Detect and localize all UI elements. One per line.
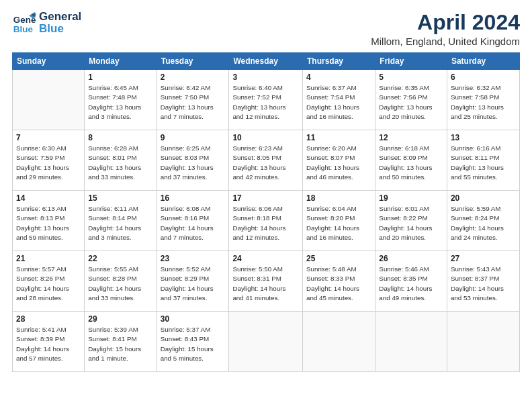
- day-number: 6: [451, 73, 516, 82]
- day-info: Sunrise: 5:52 AM Sunset: 8:29 PM Dayligh…: [161, 265, 226, 303]
- col-tuesday: Tuesday: [157, 53, 229, 70]
- table-row: 17Sunrise: 6:06 AM Sunset: 8:18 PM Dayli…: [229, 191, 303, 251]
- day-number: 1: [88, 73, 152, 82]
- day-info: Sunrise: 6:04 AM Sunset: 8:20 PM Dayligh…: [306, 204, 371, 242]
- col-wednesday: Wednesday: [229, 53, 303, 70]
- table-row: 21Sunrise: 5:57 AM Sunset: 8:26 PM Dayli…: [13, 251, 85, 312]
- table-row: 27Sunrise: 5:43 AM Sunset: 8:37 PM Dayli…: [447, 251, 519, 312]
- title-section: April 2024 Millom, England, United Kingd…: [371, 11, 520, 47]
- day-info: Sunrise: 6:13 AM Sunset: 8:13 PM Dayligh…: [16, 204, 81, 242]
- day-number: 20: [451, 193, 516, 203]
- day-info: Sunrise: 6:23 AM Sunset: 8:05 PM Dayligh…: [232, 144, 299, 182]
- day-info: Sunrise: 6:20 AM Sunset: 8:07 PM Dayligh…: [306, 144, 371, 182]
- logo-icon: General Blue: [12, 11, 36, 35]
- day-info: Sunrise: 6:28 AM Sunset: 8:01 PM Dayligh…: [88, 144, 152, 182]
- day-number: 30: [161, 314, 226, 324]
- day-info: Sunrise: 5:57 AM Sunset: 8:26 PM Dayligh…: [16, 265, 81, 303]
- table-row: 7Sunrise: 6:30 AM Sunset: 7:59 PM Daylig…: [13, 130, 85, 191]
- table-row: 25Sunrise: 5:48 AM Sunset: 8:33 PM Dayli…: [303, 251, 375, 312]
- header: General Blue General Blue April 2024 Mil…: [12, 11, 520, 47]
- month-title: April 2024: [371, 11, 520, 34]
- table-row: 30Sunrise: 5:37 AM Sunset: 8:43 PM Dayli…: [157, 312, 229, 372]
- day-info: Sunrise: 6:11 AM Sunset: 8:14 PM Dayligh…: [88, 204, 152, 242]
- day-info: Sunrise: 5:39 AM Sunset: 8:41 PM Dayligh…: [88, 325, 152, 363]
- table-row: 26Sunrise: 5:46 AM Sunset: 8:35 PM Dayli…: [375, 251, 447, 312]
- day-number: 17: [232, 193, 299, 203]
- day-info: Sunrise: 5:43 AM Sunset: 8:37 PM Dayligh…: [451, 265, 516, 303]
- day-info: Sunrise: 6:08 AM Sunset: 8:16 PM Dayligh…: [161, 204, 226, 242]
- day-info: Sunrise: 6:06 AM Sunset: 8:18 PM Dayligh…: [232, 204, 299, 242]
- day-number: 12: [379, 133, 443, 142]
- day-number: 14: [16, 193, 81, 203]
- day-number: 26: [379, 254, 443, 263]
- day-number: 28: [16, 314, 81, 324]
- table-row: 22Sunrise: 5:55 AM Sunset: 8:28 PM Dayli…: [85, 251, 157, 312]
- logo-line2: Blue: [39, 23, 81, 35]
- day-info: Sunrise: 6:25 AM Sunset: 8:03 PM Dayligh…: [161, 144, 226, 182]
- svg-text:Blue: Blue: [13, 24, 34, 34]
- table-row: 14Sunrise: 6:13 AM Sunset: 8:13 PM Dayli…: [13, 191, 85, 251]
- day-info: Sunrise: 5:50 AM Sunset: 8:31 PM Dayligh…: [232, 265, 299, 303]
- day-number: 7: [16, 133, 81, 142]
- table-row: 11Sunrise: 6:20 AM Sunset: 8:07 PM Dayli…: [303, 130, 375, 191]
- calendar-week-row: 28Sunrise: 5:41 AM Sunset: 8:39 PM Dayli…: [13, 312, 520, 372]
- table-row: 20Sunrise: 5:59 AM Sunset: 8:24 PM Dayli…: [447, 191, 519, 251]
- day-number: 22: [88, 254, 152, 263]
- calendar-week-row: 1Sunrise: 6:45 AM Sunset: 7:48 PM Daylig…: [13, 70, 520, 130]
- table-row: [13, 70, 85, 130]
- table-row: 24Sunrise: 5:50 AM Sunset: 8:31 PM Dayli…: [229, 251, 303, 312]
- day-info: Sunrise: 6:37 AM Sunset: 7:54 PM Dayligh…: [306, 83, 371, 122]
- col-saturday: Saturday: [447, 53, 519, 70]
- day-info: Sunrise: 6:01 AM Sunset: 8:22 PM Dayligh…: [379, 204, 443, 242]
- day-number: 13: [451, 133, 516, 142]
- table-row: 13Sunrise: 6:16 AM Sunset: 8:11 PM Dayli…: [447, 130, 519, 191]
- day-number: 29: [88, 314, 152, 324]
- day-number: 5: [379, 73, 443, 82]
- day-info: Sunrise: 6:42 AM Sunset: 7:50 PM Dayligh…: [161, 83, 226, 122]
- table-row: 4Sunrise: 6:37 AM Sunset: 7:54 PM Daylig…: [303, 70, 375, 130]
- logo-line1: General: [39, 11, 81, 23]
- table-row: 2Sunrise: 6:42 AM Sunset: 7:50 PM Daylig…: [157, 70, 229, 130]
- table-row: 5Sunrise: 6:35 AM Sunset: 7:56 PM Daylig…: [375, 70, 447, 130]
- logo: General Blue General Blue: [12, 11, 81, 35]
- table-row: [375, 312, 447, 372]
- day-info: Sunrise: 5:59 AM Sunset: 8:24 PM Dayligh…: [451, 204, 516, 242]
- table-row: [229, 312, 303, 372]
- table-row: 28Sunrise: 5:41 AM Sunset: 8:39 PM Dayli…: [13, 312, 85, 372]
- day-number: 9: [161, 133, 226, 142]
- table-row: 8Sunrise: 6:28 AM Sunset: 8:01 PM Daylig…: [85, 130, 157, 191]
- day-info: Sunrise: 6:40 AM Sunset: 7:52 PM Dayligh…: [232, 83, 299, 122]
- location: Millom, England, United Kingdom: [371, 36, 520, 47]
- day-number: 10: [232, 133, 299, 142]
- table-row: [447, 312, 519, 372]
- day-number: 15: [88, 193, 152, 203]
- table-row: [303, 312, 375, 372]
- table-row: 3Sunrise: 6:40 AM Sunset: 7:52 PM Daylig…: [229, 70, 303, 130]
- day-info: Sunrise: 5:37 AM Sunset: 8:43 PM Dayligh…: [161, 325, 226, 363]
- col-thursday: Thursday: [303, 53, 375, 70]
- day-number: 24: [232, 254, 299, 263]
- day-number: 4: [306, 73, 371, 82]
- table-row: 12Sunrise: 6:18 AM Sunset: 8:09 PM Dayli…: [375, 130, 447, 191]
- day-number: 16: [161, 193, 226, 203]
- day-number: 18: [306, 193, 371, 203]
- col-monday: Monday: [85, 53, 157, 70]
- day-number: 3: [232, 73, 299, 82]
- table-row: 6Sunrise: 6:32 AM Sunset: 7:58 PM Daylig…: [447, 70, 519, 130]
- calendar-week-row: 21Sunrise: 5:57 AM Sunset: 8:26 PM Dayli…: [13, 251, 520, 312]
- col-sunday: Sunday: [13, 53, 85, 70]
- day-info: Sunrise: 6:35 AM Sunset: 7:56 PM Dayligh…: [379, 83, 443, 122]
- calendar-table: Sunday Monday Tuesday Wednesday Thursday…: [12, 52, 520, 372]
- day-info: Sunrise: 5:55 AM Sunset: 8:28 PM Dayligh…: [88, 265, 152, 303]
- table-row: 15Sunrise: 6:11 AM Sunset: 8:14 PM Dayli…: [85, 191, 157, 251]
- table-row: 19Sunrise: 6:01 AM Sunset: 8:22 PM Dayli…: [375, 191, 447, 251]
- table-row: 29Sunrise: 5:39 AM Sunset: 8:41 PM Dayli…: [85, 312, 157, 372]
- day-number: 21: [16, 254, 81, 263]
- table-row: 16Sunrise: 6:08 AM Sunset: 8:16 PM Dayli…: [157, 191, 229, 251]
- day-info: Sunrise: 5:46 AM Sunset: 8:35 PM Dayligh…: [379, 265, 443, 303]
- day-number: 25: [306, 254, 371, 263]
- day-number: 27: [451, 254, 516, 263]
- table-row: 9Sunrise: 6:25 AM Sunset: 8:03 PM Daylig…: [157, 130, 229, 191]
- col-friday: Friday: [375, 53, 447, 70]
- day-info: Sunrise: 5:41 AM Sunset: 8:39 PM Dayligh…: [16, 325, 81, 363]
